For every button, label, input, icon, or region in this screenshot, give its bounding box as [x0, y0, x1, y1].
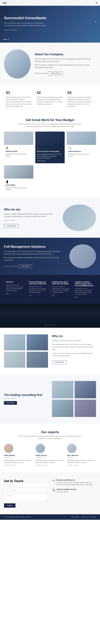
contact-info: ✉ Prionulla sed efficitur elit Lorem ips…	[53, 479, 96, 508]
about-cell-0: About Us Quis autem vel eum iure reprehe…	[4, 279, 27, 300]
service-img-1	[4, 132, 33, 145]
why-learn-more-button[interactable]: LEARN MORE	[52, 360, 66, 364]
silhouette-image-link: Image from Unsplash	[44, 324, 56, 326]
submit-button[interactable]: SUBMIT	[4, 503, 16, 508]
col-num-2: 02	[37, 90, 63, 95]
name-input[interactable]	[4, 483, 47, 487]
nav-menu-icon[interactable]: ≡	[96, 1, 97, 4]
footer-link-0[interactable]: Privacy Policy	[71, 516, 79, 518]
about-cell-3: Logistics company builds company value b…	[73, 279, 96, 300]
contact-title: Get In Touch	[4, 479, 47, 483]
service-title-3: Online Research	[68, 150, 94, 152]
service-link-2[interactable]: MORE WORK	[37, 160, 63, 162]
mgmt-learn-more-button[interactable]: LEARN MORE	[18, 264, 32, 268]
hero-dot-2[interactable]	[6, 39, 7, 40]
get-work-title: Get Great Work for Your Budget	[4, 118, 96, 122]
who-learn-more-button[interactable]: LEARN MORE	[4, 224, 18, 228]
service-social-media: 📱 Social Media Sample text. Click to sel…	[4, 165, 33, 192]
contact-info-0: ✉ Prionulla sed efficitur elit Lorem ips…	[53, 479, 96, 486]
leading-firm-section: The leading consulting firm Images from …	[0, 374, 100, 424]
contact-info-text-1: Aliquam ut nibh elit	[57, 491, 76, 493]
about-company-text1: Sed ut perspiciatis unde omnis iste natu…	[35, 58, 96, 62]
get-work-subtitle: Sed ut perspiciatis unde omnis iste natu…	[17, 123, 83, 128]
who-image	[63, 204, 96, 231]
expert-imglink-2: Image from Unsplash	[67, 464, 96, 466]
why-img-3	[4, 352, 25, 368]
about-cell-link-0[interactable]: More	[6, 293, 25, 294]
why-title: Why Us	[52, 334, 96, 338]
col-num-3: 03	[67, 90, 94, 95]
about-cell-title-2: Helping clients grow faster than the mar…	[52, 281, 71, 285]
get-work-section: Get Great Work for Your Budget Sed ut pe…	[0, 113, 100, 198]
why-text1: Sample text. Click to select the Text El…	[52, 340, 96, 342]
leading-img-4	[75, 400, 96, 417]
about-cell-text-1: Quis autem vel eum iure reprehenderit qu…	[29, 286, 48, 294]
hero-dots	[4, 39, 9, 40]
expert-text-1: Maecenas tincidunt felis vel libero comm…	[36, 460, 64, 464]
expert-imglink-1: Image from Unsplash	[36, 464, 64, 466]
three-columns-section: 01 Sed ut perspiciatis unde omnis iste n…	[0, 85, 100, 113]
expert-name-0: Celia Almeda	[4, 454, 33, 456]
about-company-section: About Our Company Sed ut perspiciatis un…	[0, 42, 100, 85]
service-text-2: Sed ut perspiciatis unde omnis iste natu…	[37, 153, 63, 159]
service-website-design: 🖥 Website Design Sample text. Click to s…	[4, 132, 33, 163]
leading-img-2	[75, 381, 96, 398]
service-title-1: Website Design	[6, 150, 32, 152]
expert-name-2: Nick Jhanson	[67, 454, 96, 456]
mgmt-text2: Nemo enim ipsam voluptatem quia voluptas…	[4, 256, 65, 261]
why-img-1	[4, 334, 25, 350]
mgmt-image	[69, 244, 96, 268]
hero-title: Successful Consultants	[4, 16, 47, 20]
expert-imglink-0: Image from Unsplash	[4, 464, 33, 466]
column-1: 01 Sed ut perspiciatis unde omnis iste n…	[4, 90, 35, 108]
hero-arrow[interactable]: ›	[95, 20, 96, 23]
service-text-4: Sample text. Click to select the Text El…	[6, 187, 32, 191]
about-cell-link-1[interactable]: More	[29, 294, 48, 296]
leading-images	[52, 381, 96, 417]
footer-link-1[interactable]: Terms of Use	[81, 516, 89, 518]
expert-role-1: Consultant	[36, 457, 64, 458]
expert-1: Frank Kinney Consultant Maecenas tincidu…	[36, 444, 64, 466]
who-content: Who we are Libisque ris integer multipli…	[4, 208, 59, 228]
footer-links: Privacy Policy Terms of Use Sitemap	[71, 516, 96, 518]
learn-more-button[interactable]: LEARN MORE	[48, 72, 62, 75]
service-img-2	[35, 132, 65, 145]
about-cell-link-3[interactable]: More	[75, 296, 94, 298]
expert-role-2: Consultant	[67, 457, 96, 458]
research-icon: 🔍	[68, 146, 94, 150]
contact-form: Get In Touch SUBMIT	[4, 479, 47, 508]
navbar: logo ≡	[0, 0, 100, 6]
col-text-3: Ut enim ad minima veniam, quis nostrum e…	[67, 96, 94, 108]
contact-info-text-0: Lorem ipsum dolor sit amet, consectetur …	[56, 482, 96, 486]
about-company-image	[4, 49, 31, 78]
col-text-1: Sed ut perspiciatis unde omnis iste natu…	[6, 96, 32, 108]
silhouette-section: Image from Unsplash	[0, 304, 100, 328]
expert-name-1: Frank Kinney	[36, 454, 64, 456]
email-icon: ✉	[53, 480, 54, 482]
email-input[interactable]	[4, 488, 47, 492]
contact-info-title-0: Prionulla sed efficitur elit	[56, 479, 96, 481]
why-img-2	[27, 334, 48, 350]
expert-text-2: Maecenas tincidunt felis vel libero comm…	[67, 460, 96, 464]
who-text: Libisque ris integer multipliciter habit…	[4, 213, 59, 218]
message-input[interactable]	[4, 494, 47, 502]
about-cell-text-2: Quis autem vel eum iure reprehenderit qu…	[52, 286, 71, 294]
mgmt-title: Full Management Solutions	[4, 244, 65, 248]
who-image-link: Image from Unsplash	[4, 220, 59, 221]
leading-img-1	[52, 381, 73, 398]
about-company-image-link: Image from Unsplash	[35, 72, 47, 74]
service-text-3: Sample text. Click to select the Text El…	[68, 153, 94, 157]
column-2: 02 Nemo enim ipsam voluptatem quia volup…	[35, 90, 65, 108]
footer: © 2023 Company Name. All Rights Reserved…	[0, 514, 100, 520]
why-us-section: Why Us Sample text. Click to select the …	[0, 328, 100, 374]
leading-img-3	[52, 400, 73, 417]
about-cell-link-2[interactable]: More	[52, 294, 71, 296]
read-more-button[interactable]: READ MORE	[4, 401, 17, 405]
hero-dot-3[interactable]	[8, 39, 9, 40]
about-cell-title-1: Property Managers for Investment Compani…	[29, 281, 48, 285]
about-cell-title-0: About Us	[6, 281, 25, 283]
hero-dot-1[interactable]	[4, 39, 5, 40]
mgmt-text1: Sed ut perspiciatis unde omnis iste natu…	[4, 250, 65, 255]
footer-link-2[interactable]: Sitemap	[91, 516, 96, 518]
experts-title: Our experts	[4, 430, 96, 434]
